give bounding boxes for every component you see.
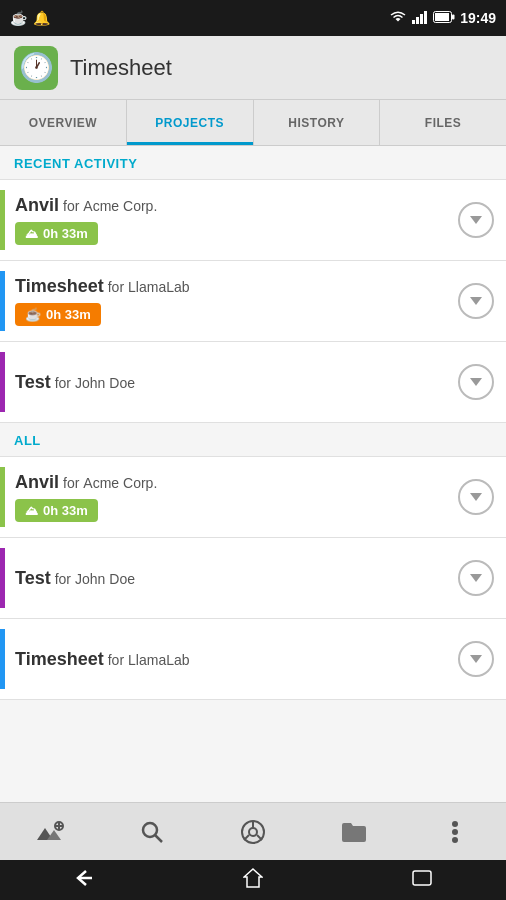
app-icon: 🕐: [14, 46, 58, 90]
tab-history[interactable]: HISTORY: [254, 100, 381, 145]
list-item[interactable]: Anvil for Acme Corp. ⛰ 0h 33m: [0, 180, 506, 261]
svg-rect-3: [424, 11, 427, 24]
bottom-toolbar: [0, 802, 506, 860]
badge-time: 0h 33m: [46, 307, 91, 322]
svg-line-17: [244, 835, 249, 840]
svg-marker-23: [244, 869, 262, 887]
item-name: Anvil: [15, 472, 59, 493]
list-item[interactable]: Test for John Doe: [0, 342, 506, 423]
item-name: Test: [15, 372, 51, 393]
section-header-recent: RECENT ACTIVITY: [0, 146, 506, 180]
item-name-row: Timesheet for LlamaLab: [15, 276, 450, 297]
tabs-bar: OVERVIEW PROJECTS HISTORY FILES: [0, 100, 506, 146]
cup-icon: ☕: [10, 10, 27, 26]
folder-button[interactable]: [330, 808, 378, 856]
item-name-row: Anvil for Acme Corp.: [15, 195, 450, 216]
item-for: for: [55, 571, 71, 587]
back-button[interactable]: [54, 861, 114, 900]
badge-time: 0h 33m: [43, 226, 88, 241]
list-item[interactable]: Timesheet for LlamaLab ☕ 0h 33m: [0, 261, 506, 342]
badge-time: 0h 33m: [43, 503, 88, 518]
item-name: Timesheet: [15, 649, 104, 670]
status-time: 19:49: [460, 10, 496, 26]
signal-icon: [412, 10, 428, 27]
status-right-icons: 19:49: [389, 10, 496, 27]
item-for: for: [55, 375, 71, 391]
item-client: John Doe: [75, 571, 135, 587]
list-item[interactable]: Test for John Doe: [0, 538, 506, 619]
item-bar-purple: [0, 352, 5, 412]
item-client: LlamaLab: [128, 652, 190, 668]
app-container: 🕐 Timesheet OVERVIEW PROJECTS HISTORY FI…: [0, 36, 506, 860]
more-options-button[interactable]: [431, 808, 479, 856]
status-left-icons: ☕ 🔔: [10, 10, 50, 26]
dropdown-button[interactable]: [458, 641, 494, 677]
svg-point-19: [452, 821, 458, 827]
svg-line-13: [155, 835, 162, 842]
home-button[interactable]: [223, 860, 283, 901]
item-client: Acme Corp.: [83, 198, 157, 214]
dropdown-button[interactable]: [458, 283, 494, 319]
svg-rect-1: [416, 17, 419, 24]
item-for: for: [108, 279, 124, 295]
dropdown-button[interactable]: [458, 364, 494, 400]
item-name-row: Anvil for Acme Corp.: [15, 472, 450, 493]
svg-rect-0: [412, 20, 415, 24]
svg-rect-6: [452, 14, 455, 19]
item-bar-green: [0, 190, 5, 250]
coffee-icon: ☕: [25, 307, 41, 322]
item-for: for: [63, 475, 79, 491]
item-info: Test for John Doe: [15, 372, 450, 393]
item-name: Test: [15, 568, 51, 589]
item-info: Anvil for Acme Corp. ⛰ 0h 33m: [15, 472, 450, 522]
search-button[interactable]: [128, 808, 176, 856]
svg-rect-24: [413, 871, 431, 885]
item-client: John Doe: [75, 375, 135, 391]
battery-icon: [433, 11, 455, 26]
svg-rect-5: [435, 13, 449, 21]
item-bar-blue: [0, 629, 5, 689]
system-nav-bar: [0, 860, 506, 900]
content-area: RECENT ACTIVITY Anvil for Acme Corp. ⛰ 0…: [0, 146, 506, 802]
item-name: Anvil: [15, 195, 59, 216]
item-info: Anvil for Acme Corp. ⛰ 0h 33m: [15, 195, 450, 245]
list-item[interactable]: Timesheet for LlamaLab: [0, 619, 506, 700]
tab-projects[interactable]: PROJECTS: [127, 100, 254, 145]
steering-button[interactable]: [229, 808, 277, 856]
svg-point-20: [452, 829, 458, 835]
item-name-row: Timesheet for LlamaLab: [15, 649, 450, 670]
item-bar-green: [0, 467, 5, 527]
item-name-row: Test for John Doe: [15, 372, 450, 393]
recents-button[interactable]: [392, 862, 452, 899]
svg-line-18: [257, 835, 262, 840]
dropdown-button[interactable]: [458, 560, 494, 596]
tab-files[interactable]: FILES: [380, 100, 506, 145]
item-info: Test for John Doe: [15, 568, 450, 589]
svg-rect-2: [420, 14, 423, 24]
time-badge: ☕ 0h 33m: [15, 303, 101, 326]
list-item[interactable]: Anvil for Acme Corp. ⛰ 0h 33m: [0, 457, 506, 538]
section-header-all: ALL: [0, 423, 506, 457]
svg-point-21: [452, 837, 458, 843]
item-info: Timesheet for LlamaLab ☕ 0h 33m: [15, 276, 450, 326]
item-info: Timesheet for LlamaLab: [15, 649, 450, 670]
tab-overview[interactable]: OVERVIEW: [0, 100, 127, 145]
svg-point-12: [143, 823, 157, 837]
svg-point-15: [249, 828, 257, 836]
dropdown-button[interactable]: [458, 479, 494, 515]
item-name: Timesheet: [15, 276, 104, 297]
wifi-icon: [389, 10, 407, 27]
clock-icon: 🕐: [19, 51, 54, 84]
app-header: 🕐 Timesheet: [0, 36, 506, 100]
item-bar-purple: [0, 548, 5, 608]
item-bar-blue: [0, 271, 5, 331]
item-client: LlamaLab: [128, 279, 190, 295]
dropdown-button[interactable]: [458, 202, 494, 238]
mountain-icon: ⛰: [25, 226, 38, 241]
add-scene-button[interactable]: [27, 808, 75, 856]
mountain-icon: ⛰: [25, 503, 38, 518]
status-bar: ☕ 🔔 19:4: [0, 0, 506, 36]
bell-icon: 🔔: [33, 10, 50, 26]
time-badge: ⛰ 0h 33m: [15, 499, 98, 522]
item-for: for: [63, 198, 79, 214]
